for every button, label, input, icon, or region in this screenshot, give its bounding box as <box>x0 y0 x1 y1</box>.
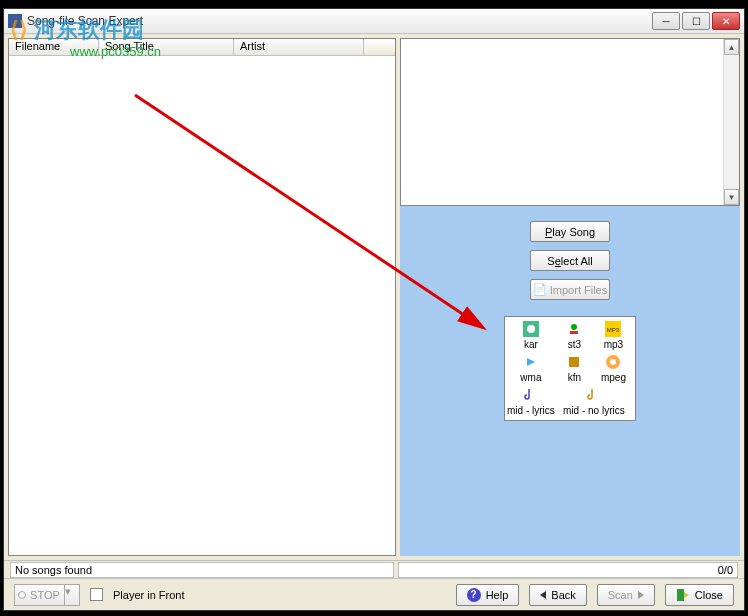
mp3-icon: MP3 <box>605 321 621 337</box>
help-button[interactable]: ? Help <box>456 584 520 606</box>
select-all-button[interactable]: Select All <box>530 250 610 271</box>
titlebar: Song-file Scan Expert ─ ☐ ✕ <box>4 9 744 34</box>
svg-rect-14 <box>677 589 684 601</box>
format-mp3[interactable]: MP3 mp3 <box>594 321 633 350</box>
scroll-down-icon[interactable]: ▼ <box>724 189 739 205</box>
minimize-button[interactable]: ─ <box>652 12 680 30</box>
app-icon <box>8 14 22 28</box>
mid-nolyrics-icon <box>586 387 602 403</box>
column-artist[interactable]: Artist <box>234 39 364 55</box>
format-mid-nolyrics[interactable]: mid - no lyrics <box>555 387 633 416</box>
status-bar: No songs found 0/0 <box>4 560 744 578</box>
player-in-front-label: Player in Front <box>113 589 185 601</box>
svg-point-11 <box>610 359 616 365</box>
bottom-toolbar: STOP ▾ Player in Front ? Help Back Scan … <box>4 578 744 610</box>
app-window: Song-file Scan Expert ─ ☐ ✕ Filename Son… <box>3 8 745 611</box>
play-song-button[interactable]: Play Song <box>530 221 610 242</box>
scrollbar[interactable]: ▲ ▼ <box>723 39 739 205</box>
controls-panel: Play Song Select All 📄 Import Files kar <box>400 206 740 556</box>
column-songtitle[interactable]: Song Title <box>99 39 234 55</box>
format-st3[interactable]: st3 <box>555 321 594 350</box>
song-list-panel[interactable]: Filename Song Title Artist <box>8 38 396 556</box>
kfn-icon <box>566 354 582 370</box>
mpeg-icon <box>605 354 621 370</box>
import-files-button: 📄 Import Files <box>530 279 610 300</box>
svg-point-1 <box>527 325 535 333</box>
scroll-up-icon[interactable]: ▲ <box>724 39 739 55</box>
window-title: Song-file Scan Expert <box>27 14 652 28</box>
table-header: Filename Song Title Artist <box>9 39 395 56</box>
svg-rect-9 <box>569 357 579 367</box>
maximize-button[interactable]: ☐ <box>682 12 710 30</box>
scan-arrow-icon <box>638 591 644 599</box>
close-window-button[interactable]: ✕ <box>712 12 740 30</box>
svg-text:MP3: MP3 <box>607 327 620 333</box>
kar-icon <box>523 321 539 337</box>
formats-grid: kar st3 MP3 mp3 wma <box>504 316 636 421</box>
player-in-front-checkbox[interactable] <box>90 588 103 601</box>
help-icon: ? <box>467 588 481 602</box>
scan-button: Scan <box>597 584 655 606</box>
back-button[interactable]: Back <box>529 584 586 606</box>
main-area: Filename Song Title Artist ▲ ▼ Play Song <box>4 34 744 560</box>
format-mid-lyrics[interactable]: mid - lyrics <box>507 387 555 416</box>
stop-button: STOP ▾ <box>14 584 80 606</box>
stop-icon <box>18 591 26 599</box>
exit-icon <box>676 588 690 602</box>
wma-icon <box>523 354 539 370</box>
window-controls: ─ ☐ ✕ <box>652 12 740 30</box>
svg-rect-4 <box>570 331 578 334</box>
import-icon: 📄 <box>533 283 547 296</box>
format-mpeg[interactable]: mpeg <box>594 354 633 383</box>
preview-box[interactable]: ▲ ▼ <box>400 38 740 206</box>
format-kar[interactable]: kar <box>507 321 555 350</box>
column-filename[interactable]: Filename <box>9 39 99 55</box>
right-panel: ▲ ▼ Play Song Select All 📄 Import Files <box>400 38 740 556</box>
svg-point-3 <box>571 324 577 330</box>
status-message: No songs found <box>10 562 394 578</box>
status-counter: 0/0 <box>398 562 738 578</box>
back-arrow-icon <box>540 591 546 599</box>
format-kfn[interactable]: kfn <box>555 354 594 383</box>
format-wma[interactable]: wma <box>507 354 555 383</box>
st3-icon <box>566 321 582 337</box>
mid-lyrics-icon <box>523 387 539 403</box>
close-button[interactable]: Close <box>665 584 734 606</box>
stop-dropdown-icon: ▾ <box>64 585 76 605</box>
